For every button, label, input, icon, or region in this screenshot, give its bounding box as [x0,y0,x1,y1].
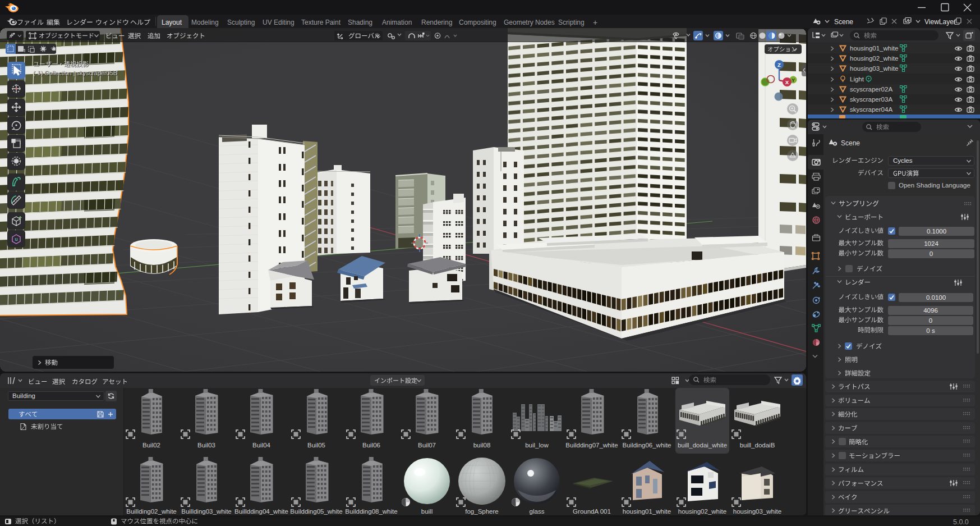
svg-text:u: u [15,236,17,242]
svg-text:Z: Z [777,62,781,68]
svg-text:X: X [785,79,789,85]
svg-text:Y: Y [792,77,795,83]
